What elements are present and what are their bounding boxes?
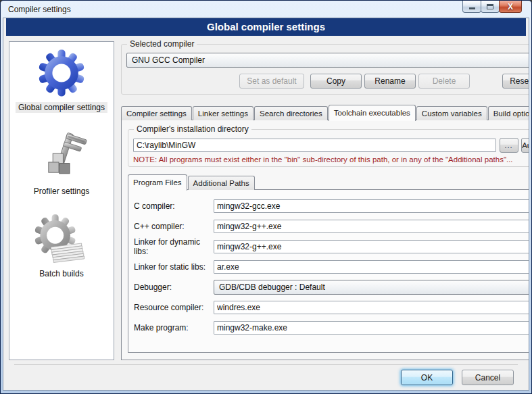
- dialog-client: Global compiler settings: [3, 18, 529, 391]
- cancel-button[interactable]: Cancel: [462, 370, 514, 385]
- set-as-default-button[interactable]: Set as default: [239, 74, 304, 89]
- minimize-icon: [469, 7, 475, 9]
- window-controls: X: [463, 1, 522, 13]
- installation-directory-row: ... Auto-detect: [133, 138, 529, 153]
- field-label: C compiler:: [134, 201, 214, 211]
- rename-button[interactable]: Rename: [364, 74, 416, 89]
- debugger-select[interactable]: GDB/CDB debugger : Default: [214, 280, 529, 295]
- sidebar-item-label: Global compiler settings: [16, 102, 107, 113]
- tab-program-files[interactable]: Program Files: [128, 174, 187, 191]
- sidebar-item-batch-builds[interactable]: Batch builds: [9, 214, 114, 279]
- field-label: Make program:: [134, 323, 214, 333]
- cpp-compiler-input[interactable]: [214, 220, 529, 233]
- blue-gear-icon: [34, 45, 89, 101]
- compiler-select-value: GNU GCC Compiler: [132, 55, 205, 65]
- window-title: Compiler settings: [8, 5, 71, 14]
- c-compiler-row: C compiler: ...: [134, 199, 529, 213]
- tab-additional-paths[interactable]: Additional Paths: [188, 176, 255, 190]
- settings-category-list: Global compiler settings: [9, 41, 114, 360]
- close-icon: X: [508, 3, 513, 11]
- field-label: Linker for static libs:: [134, 262, 214, 272]
- maximize-icon: [487, 4, 493, 9]
- bin-subdirectory-note: NOTE: All programs must exist either in …: [133, 155, 529, 164]
- static-linker-row: Linker for static libs: ...: [134, 260, 529, 274]
- installation-directory-group: Compiler's installation directory ... Au…: [128, 129, 529, 167]
- installation-directory-legend: Compiler's installation directory: [134, 124, 251, 134]
- compiler-select[interactable]: GNU GCC Compiler: [126, 53, 529, 68]
- compiler-settings-window: Compiler settings X Global compiler sett…: [0, 0, 532, 394]
- resource-compiler-input[interactable]: [214, 301, 529, 314]
- cpp-compiler-row: C++ compiler: ...: [134, 219, 529, 233]
- field-label: Linker for dynamic libs:: [134, 237, 214, 256]
- auto-detect-button[interactable]: Auto-detect: [521, 138, 529, 153]
- toolchain-executables-panel: Compiler's installation directory ... Au…: [121, 120, 529, 360]
- selected-compiler-legend: Selected compiler: [127, 39, 197, 49]
- resource-compiler-row: Resource compiler: ...: [134, 300, 529, 314]
- titlebar[interactable]: Compiler settings: [3, 1, 529, 18]
- caliper-icon: [34, 129, 89, 184]
- c-compiler-input[interactable]: [214, 199, 529, 213]
- field-label: Debugger:: [134, 282, 214, 292]
- minimize-button[interactable]: [462, 1, 481, 13]
- maximize-button[interactable]: [481, 1, 500, 13]
- selected-compiler-group: Selected compiler GNU GCC Compiler Set a…: [121, 44, 529, 95]
- tab-custom-variables[interactable]: Custom variables: [416, 106, 487, 120]
- make-program-row: Make program: ...: [134, 320, 529, 335]
- ok-button[interactable]: OK: [401, 370, 453, 385]
- tab-build-options[interactable]: Build options: [488, 106, 529, 120]
- page-title: Global compiler settings: [6, 18, 526, 36]
- dynamic-linker-input[interactable]: [214, 240, 529, 253]
- reset-defaults-button[interactable]: Reset defaults: [502, 74, 529, 89]
- static-linker-input[interactable]: [214, 260, 529, 274]
- field-label: Resource compiler:: [134, 303, 214, 312]
- sidebar-item-global-compiler-settings[interactable]: Global compiler settings: [9, 45, 114, 113]
- tab-linker-settings[interactable]: Linker settings: [193, 106, 253, 120]
- sidebar-item-label: Profiler settings: [31, 186, 93, 197]
- sidebar-item-label: Batch builds: [37, 268, 86, 279]
- installation-directory-input[interactable]: [133, 139, 496, 152]
- sidebar-item-profiler-settings[interactable]: Profiler settings: [9, 129, 114, 197]
- close-button[interactable]: X: [499, 1, 522, 13]
- delete-button[interactable]: Delete: [418, 74, 470, 89]
- tab-compiler-settings[interactable]: Compiler settings: [121, 106, 192, 120]
- tab-search-directories[interactable]: Search directories: [254, 106, 328, 120]
- gray-gear-stack-icon: [34, 214, 89, 267]
- body: Global compiler settings: [3, 36, 529, 360]
- dialog-footer: OK Cancel: [14, 364, 518, 390]
- field-label: C++ compiler:: [134, 222, 214, 231]
- program-files-panel: C compiler: ... C++ compiler: ... Linker…: [128, 189, 529, 353]
- tab-toolchain-executables[interactable]: Toolchain executables: [329, 105, 416, 121]
- copy-button[interactable]: Copy: [310, 74, 362, 89]
- programs-tabstrip: Program Files Additional Paths: [128, 174, 529, 190]
- make-program-input[interactable]: [214, 321, 529, 335]
- main-panel: Selected compiler GNU GCC Compiler Set a…: [121, 41, 529, 360]
- debugger-select-value: GDB/CDB debugger : Default: [219, 282, 325, 292]
- compiler-buttons-row: Set as default Copy Rename Delete Reset …: [126, 74, 529, 89]
- settings-tabstrip: Compiler settings Linker settings Search…: [121, 104, 529, 120]
- dynamic-linker-row: Linker for dynamic libs: ...: [134, 239, 529, 253]
- browse-directory-button[interactable]: ...: [500, 138, 518, 153]
- debugger-row: Debugger: GDB/CDB debugger : Default: [134, 280, 529, 294]
